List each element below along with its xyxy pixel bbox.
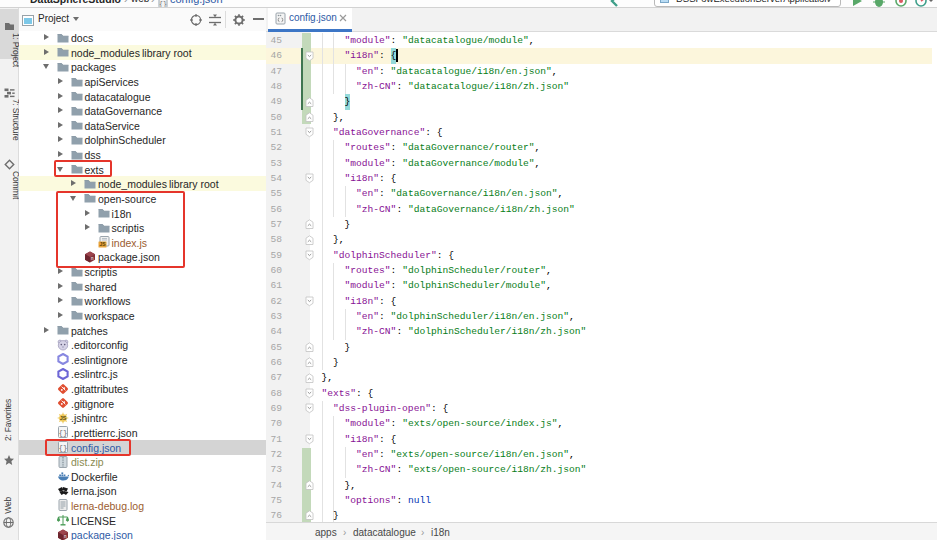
svg-text:JS: JS: [60, 415, 67, 421]
svg-text:{}: {}: [159, 1, 167, 8]
svg-text:{}: {}: [58, 429, 67, 437]
